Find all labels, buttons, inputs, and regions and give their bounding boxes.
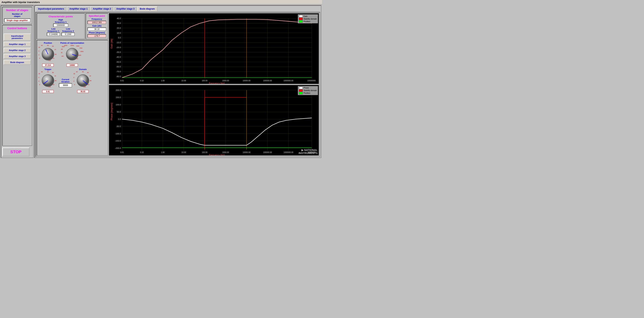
svg-text:1000000.00: 1000000.00 — [284, 79, 294, 82]
btn-amp-stage-1[interactable]: Amplifier stage 1 — [4, 42, 31, 47]
low-freq2-input[interactable] — [62, 33, 75, 36]
points-value-input[interactable] — [66, 64, 78, 67]
domain-value-input[interactable] — [77, 90, 88, 93]
btn-amp-stage-3[interactable]: Amplifier stage 3 — [4, 54, 31, 59]
main-container: Number of stages Number of stages Single… — [0, 5, 322, 159]
tab-amp-stage-2[interactable]: Amplifier stage 2 — [90, 7, 114, 11]
svg-text:40: 40 — [41, 45, 43, 46]
svg-text:50: 50 — [47, 45, 49, 46]
domain-knob[interactable]: 50 60 70 -80 90 100 40 30 20 10 0 — [74, 71, 92, 90]
svg-text:0.0: 0.0 — [118, 37, 121, 39]
current-iteration-input[interactable] — [59, 83, 72, 87]
svg-text:1.00: 1.00 — [161, 79, 165, 82]
phase-deg-input[interactable] — [88, 34, 106, 38]
trigger-value-input[interactable] — [42, 90, 54, 93]
high-freq-label: Highfrequency 1 — [55, 19, 66, 23]
domain-label: Domain — [79, 68, 87, 70]
position-label: Position — [44, 42, 52, 44]
knobs-area: Position 50 60 70 -80 90 100 40 30 — [37, 40, 108, 156]
trigger-knob[interactable]: 50 60 70 -80 90 100 40 30 20 10 0 — [38, 71, 57, 90]
svg-text:-40.0: -40.0 — [116, 56, 121, 58]
gain-label: Gain — [304, 15, 308, 17]
svg-text:30.0: 30.0 — [117, 22, 121, 24]
low-freq2-group: Lowfrequency 2 — [62, 28, 75, 36]
btn-input-output[interactable]: Input/output parameters — [4, 34, 31, 41]
svg-text:-150.0: -150.0 — [115, 140, 121, 142]
tab-input-output[interactable]: Input/output parameters — [36, 7, 67, 11]
tab-amp-stage-3[interactable]: Amplifier stage 3 — [114, 7, 137, 11]
svg-text:60: 60 — [52, 72, 54, 73]
svg-text:0.0: 0.0 — [118, 118, 121, 120]
gain-color — [299, 15, 303, 17]
high-freq-input[interactable] — [53, 24, 68, 27]
svg-text:6000: 6000 — [76, 45, 79, 47]
top-info: Characteristic points Highfrequency 1 Lo… — [37, 13, 108, 39]
specified-section: Specified point Frequency Gain [db] Phas… — [86, 13, 108, 39]
stop-button[interactable]: STOP — [2, 147, 30, 156]
svg-text:-80: -80 — [54, 54, 56, 55]
left-panel: Number of stages Number of stages Single… — [1, 5, 34, 158]
svg-text:-8000: -8000 — [80, 51, 84, 52]
btn-amp-stage-2[interactable]: Amplifier stage 2 — [4, 48, 31, 53]
phase-color — [299, 87, 303, 89]
svg-text:100000.00: 100000.00 — [263, 79, 272, 82]
stability-label: Stability domain — [304, 18, 317, 20]
svg-text:40.0: 40.0 — [117, 17, 121, 19]
position-label: Pozition — [304, 21, 310, 23]
svg-text:50: 50 — [47, 71, 49, 73]
svg-text:60: 60 — [87, 72, 89, 73]
svg-text:Gain [db]: Gain [db] — [110, 39, 113, 49]
svg-text:70: 70 — [54, 49, 56, 51]
window-title: Amplifier with bipolar transistors — [2, 1, 40, 4]
svg-text:30: 30 — [38, 47, 40, 48]
svg-text:30: 30 — [38, 73, 40, 75]
stages-value: Single stage amplifier — [4, 19, 30, 22]
tab-amp-stage-1[interactable]: Amplifier stage 1 — [67, 7, 90, 11]
phase-legend-phase: Phase — [299, 87, 317, 89]
svg-text:-10.0: -10.0 — [116, 41, 121, 44]
tab-bode-diagram[interactable]: Bode diagram — [137, 7, 158, 11]
svg-text:10: 10 — [38, 80, 40, 82]
charts-area: 40.0 30.0 20.0 10.0 0.0 -10.0 -20.0 -30.… — [109, 13, 319, 156]
control-buttons-title: Control buttons — [7, 27, 27, 30]
svg-text:20: 20 — [38, 77, 40, 78]
svg-text:1000.00: 1000.00 — [222, 151, 229, 153]
svg-text:70: 70 — [54, 75, 56, 77]
position-knob-group: Position 50 60 70 -80 90 100 40 30 — [38, 42, 57, 67]
gain-db-input[interactable] — [88, 28, 106, 31]
domain-knob-group: Domain 50 60 70 -80 90 100 40 30 20 — [74, 68, 92, 93]
svg-text:60: 60 — [52, 45, 54, 47]
gain-chart-legend: Gain Stability domain Pozition — [298, 14, 318, 23]
svg-text:100000.00: 100000.00 — [263, 151, 272, 153]
position-value-input[interactable] — [42, 64, 54, 67]
bottom-knobs-row: Trigger 50 60 70 -80 90 100 40 30 20 — [38, 68, 106, 93]
svg-text:40: 40 — [76, 71, 78, 73]
svg-text:0: 0 — [74, 84, 75, 85]
low-freq1-group: Lowfrequency 1 — [47, 28, 60, 36]
svg-text:1000.00: 1000.00 — [222, 79, 229, 82]
phase-legend-stability: Stability domain — [299, 89, 317, 92]
freq-label: Frequency — [92, 18, 102, 20]
svg-text:10.00: 10.00 — [182, 151, 186, 153]
trigger-knob-group: Trigger 50 60 70 -80 90 100 40 30 20 — [38, 68, 57, 93]
svg-rect-52 — [109, 14, 319, 84]
title-bar: Amplifier with bipolar transistors — [0, 0, 322, 5]
svg-text:0.01: 0.01 — [120, 151, 124, 153]
frequency-input[interactable] — [88, 21, 106, 24]
svg-text:50.0: 50.0 — [117, 110, 121, 113]
position-color — [299, 20, 303, 23]
phase-deg-label: Phase [degrees] — [89, 32, 105, 34]
low-freq1-label: Lowfrequency 1 — [48, 28, 59, 32]
btn-bode-diagram[interactable]: Bode diagram — [4, 60, 31, 65]
phase-chart-container: 200.0 150.0 100.0 50.0 0.0 -50.0 -100.0 … — [109, 85, 319, 156]
points-knob[interactable]: 5000 6000 7000 -8000 9000 10000 4000 300… — [61, 44, 84, 63]
gain-legend-position: Pozition — [299, 20, 317, 23]
phase-position-color — [299, 92, 303, 94]
position-knob[interactable]: 50 60 70 -80 90 100 40 30 20 10 0 — [38, 44, 57, 63]
svg-text:9000: 9000 — [78, 55, 81, 56]
svg-text:20: 20 — [74, 77, 74, 78]
number-of-stages-title: Number of stages — [6, 9, 28, 12]
low-freq1-input[interactable] — [47, 33, 60, 36]
control-buttons-section: Control buttons Input/output parameters … — [2, 25, 32, 146]
svg-text:1000: 1000 — [61, 52, 62, 53]
